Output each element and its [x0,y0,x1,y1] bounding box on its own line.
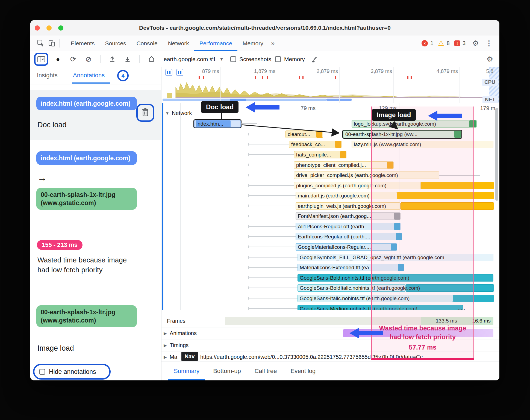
annotation-image-pill[interactable]: 00-earth-splash-1x-ltr.jpg (www.gstatic.… [36,305,137,327]
pause-marker-button[interactable] [165,69,172,76]
inspect-element-icon[interactable] [35,38,46,49]
tab-bottom-up[interactable]: Bottom-up [207,362,247,380]
request-whisker [248,175,294,175]
issues-icon[interactable]: ! [454,40,460,46]
memory-checkbox[interactable] [275,56,281,62]
network-request-bar[interactable]: hats_compile... [294,151,346,158]
time-range-badge[interactable]: 155 - 213 ms [37,240,83,250]
download-profile-icon[interactable] [122,54,133,65]
record-button[interactable]: ● [52,54,64,65]
frame-bar[interactable] [225,317,421,325]
network-request-bar[interactable]: clearcut... [285,131,323,138]
reload-and-record-button[interactable]: ⟳ [67,54,79,65]
pause-marker-button[interactable] [176,69,183,76]
warning-count[interactable]: 8 [447,40,450,46]
network-request-bar[interactable]: All1PIcons-Regular.otf (earth.... [296,223,401,230]
network-request-bar[interactable]: 00-earth-splash-1x-ltr.jpg (ww... [343,131,461,138]
expand-triangle-icon[interactable]: ▶ [164,343,167,348]
network-request-bar[interactable]: MaterialIcons-Extended.ttf (ea... [298,264,404,271]
network-request-bar[interactable]: drive_picker_compiled.js (earth.google.c… [294,171,439,179]
network-request-bar[interactable]: GoogleSans-BoldItalic.nohints.ttf (earth… [298,284,406,292]
close-button[interactable] [35,25,40,31]
annotation-label[interactable]: Image load [37,344,74,353]
network-request-bar[interactable]: FontManifest.json (earth.goog... [296,212,401,220]
history-dropdown[interactable]: earth.google.com #1 ▼ [161,56,226,63]
expand-triangle-icon[interactable]: ▶ [164,331,167,336]
garbage-collect-icon[interactable] [309,54,320,65]
tab-memory[interactable]: Memory [237,36,269,51]
network-request-bar[interactable]: logo_lockup.svg (earth.google.com) [352,120,477,128]
device-toolbar-icon[interactable] [46,38,57,49]
scrollbar-thumb[interactable] [495,108,498,201]
network-track-header[interactable]: ▼ Network [165,110,192,116]
issues-count[interactable]: 3 [463,40,466,46]
tab-event-log[interactable]: Event log [285,362,322,380]
tab-network[interactable]: Network [163,36,194,51]
trash-icon[interactable] [141,108,149,118]
tab-performance[interactable]: Performance [194,36,237,51]
network-request-bar[interactable]: feedback_co... [289,141,341,148]
network-request-bar[interactable]: GoogleSans-Italic.nohints.ttf (earth.goo… [298,295,453,302]
annotation-label[interactable]: Doc load [37,121,67,129]
tab-console[interactable]: Console [131,36,163,51]
network-request-bar[interactable]: GoogleSans-Bold.nohints.ttf (earth.googl… [298,274,493,282]
animation-bar[interactable] [343,329,493,337]
network-request-bar[interactable]: plugins_compiled.js (earth.google.com) [294,182,421,189]
overflow-dots[interactable]: ... [456,304,468,312]
network-track-pane[interactable]: ▼ Network index.htm...logo_lockup.svg (e… [161,103,499,310]
network-request-bar[interactable]: index.htm... [194,120,241,128]
tab-elements[interactable]: Elements [66,36,100,51]
settings-gear-icon[interactable]: ⚙ [470,38,481,49]
timings-track-label[interactable]: Timings [170,342,189,348]
network-request-bar[interactable]: GoogleMaterialIcons-Regular.... [296,243,397,251]
clear-button[interactable]: ⊘ [83,54,94,65]
collapse-triangle-icon[interactable]: ▼ [165,111,169,116]
error-icon[interactable]: × [422,40,428,46]
frame-duration: 133.5 ms [436,318,457,324]
frame-duration: 16.6 ms [472,318,491,324]
network-request-bar[interactable]: phenotype_client_compiled.j... [294,161,394,169]
network-request-bar[interactable]: main.dart.js (earth.google.com) [296,192,397,199]
request-whisker [248,277,298,278]
minimize-button[interactable] [46,25,52,31]
vertical-scrollbar[interactable] [495,105,498,308]
tab-call-tree[interactable]: Call tree [249,362,283,380]
home-icon[interactable] [146,54,157,65]
annotation-label[interactable]: Wasted time because image had low fetch … [37,255,129,275]
expand-triangle-icon[interactable]: ▶ [164,355,167,360]
zoom-button[interactable] [58,25,63,31]
error-count[interactable]: 1 [430,40,433,46]
image-load-annotation-badge[interactable]: Image load [372,109,416,121]
show-sidebar-icon[interactable] [34,53,48,66]
kebab-menu-icon[interactable]: ⋮ [484,38,494,49]
timeline-minimap[interactable]: CPU NET 879 ms1,879 ms2,879 ms3,879 ms4,… [161,67,499,103]
annotation-link-from-pill[interactable]: index.html (earth.google.com) [36,151,137,165]
annotation-doc-pill[interactable]: index.html (earth.google.com) [36,97,137,110]
more-tabs-button[interactable]: » [269,40,277,47]
annotation-link-to-pill[interactable]: 00-earth-splash-1x-ltr.jpg (www.gstatic.… [36,188,137,210]
animations-track-label[interactable]: Animations [170,330,197,336]
warning-icon[interactable]: ⚠ [438,40,444,46]
nav-marker-badge[interactable]: Nav [181,352,198,361]
tab-summary[interactable]: Summary [168,362,205,380]
frames-track-label[interactable]: Frames [167,318,185,324]
doc-load-annotation-badge[interactable]: Doc load [201,101,238,113]
screenshot-marker [299,76,300,79]
screenshots-checkbox[interactable] [230,56,236,62]
network-request-bar[interactable]: EarthIcons-Regular.otf (earth.... [296,233,402,240]
network-request-bar[interactable]: GoogleSymbols_FILL_GRAD_opsz_wght.ttf (e… [298,254,493,261]
network-request-bar[interactable]: GoogleSans-Medium.nohints.ttf (earth.goo… [298,305,463,310]
main-track-label[interactable]: Ma [170,354,177,360]
network-request-bar[interactable]: lazy.min.js (www.gstatic.com) [352,141,493,148]
tab-sources[interactable]: Sources [100,36,131,51]
tab-insights[interactable]: Insights [37,67,58,84]
upload-profile-icon[interactable] [107,54,118,65]
hide-annotations-checkbox[interactable] [39,369,45,375]
capture-settings-gear-icon[interactable]: ⚙ [484,54,496,65]
memory-checkbox-row[interactable]: Memory [275,56,305,63]
request-label: GoogleSymbols_FILL_GRAD_opsz_wght.ttf (e… [300,255,444,261]
frame-bar[interactable]: 133.5 ms 16.6 ms [421,317,493,325]
tab-annotations[interactable]: Annotations [73,67,105,84]
network-request-bar[interactable]: earthplugin_web.js (earth.google.com) [296,202,401,210]
screenshots-checkbox-row[interactable]: Screenshots [230,56,271,63]
